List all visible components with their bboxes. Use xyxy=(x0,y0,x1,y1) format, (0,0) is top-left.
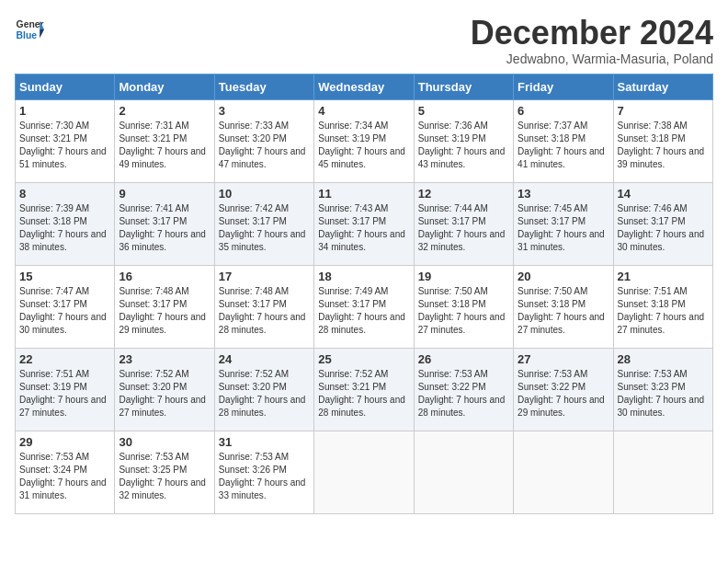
calendar-cell: 2Sunrise: 7:31 AM Sunset: 3:21 PM Daylig… xyxy=(115,99,214,182)
calendar-cell: 11Sunrise: 7:43 AM Sunset: 3:17 PM Dayli… xyxy=(314,182,414,265)
calendar-cell xyxy=(414,431,513,513)
day-number: 23 xyxy=(119,352,210,366)
cell-info: Sunrise: 7:52 AM Sunset: 3:21 PM Dayligh… xyxy=(318,368,409,419)
cell-info: Sunrise: 7:47 AM Sunset: 3:17 PM Dayligh… xyxy=(19,285,110,337)
calendar-cell: 31Sunrise: 7:53 AM Sunset: 3:26 PM Dayli… xyxy=(214,431,313,513)
cell-info: Sunrise: 7:34 AM Sunset: 3:19 PM Dayligh… xyxy=(318,120,409,171)
calendar-cell: 20Sunrise: 7:50 AM Sunset: 3:18 PM Dayli… xyxy=(514,265,613,348)
calendar-cell: 10Sunrise: 7:42 AM Sunset: 3:17 PM Dayli… xyxy=(214,182,313,265)
calendar-week-row: 1Sunrise: 7:30 AM Sunset: 3:21 PM Daylig… xyxy=(16,99,713,182)
day-number: 10 xyxy=(219,187,310,201)
day-number: 16 xyxy=(119,270,210,283)
cell-info: Sunrise: 7:48 AM Sunset: 3:17 PM Dayligh… xyxy=(119,285,210,337)
cell-info: Sunrise: 7:39 AM Sunset: 3:18 PM Dayligh… xyxy=(19,202,110,254)
logo-icon: General Blue xyxy=(15,15,44,44)
weekday-header-sunday: Sunday xyxy=(16,74,115,99)
svg-marker-3 xyxy=(40,29,44,39)
calendar-cell: 7Sunrise: 7:38 AM Sunset: 3:18 PM Daylig… xyxy=(613,99,712,182)
weekday-header-monday: Monday xyxy=(115,74,214,99)
calendar-cell: 3Sunrise: 7:33 AM Sunset: 3:20 PM Daylig… xyxy=(214,99,313,182)
cell-info: Sunrise: 7:38 AM Sunset: 3:18 PM Dayligh… xyxy=(618,120,709,171)
day-number: 17 xyxy=(219,270,310,283)
weekday-header-tuesday: Tuesday xyxy=(214,74,313,99)
calendar-cell: 29Sunrise: 7:53 AM Sunset: 3:24 PM Dayli… xyxy=(16,431,115,513)
cell-info: Sunrise: 7:49 AM Sunset: 3:17 PM Dayligh… xyxy=(318,285,409,337)
cell-info: Sunrise: 7:53 AM Sunset: 3:22 PM Dayligh… xyxy=(518,368,609,419)
calendar-table: SundayMondayTuesdayWednesdayThursdayFrid… xyxy=(15,74,713,514)
calendar-week-row: 8Sunrise: 7:39 AM Sunset: 3:18 PM Daylig… xyxy=(16,182,713,265)
calendar-cell: 13Sunrise: 7:45 AM Sunset: 3:17 PM Dayli… xyxy=(514,182,613,265)
calendar-cell: 5Sunrise: 7:36 AM Sunset: 3:19 PM Daylig… xyxy=(414,99,513,182)
day-number: 1 xyxy=(19,104,110,118)
cell-info: Sunrise: 7:30 AM Sunset: 3:21 PM Dayligh… xyxy=(19,120,110,171)
calendar-cell: 22Sunrise: 7:51 AM Sunset: 3:19 PM Dayli… xyxy=(16,348,115,431)
cell-info: Sunrise: 7:53 AM Sunset: 3:26 PM Dayligh… xyxy=(219,451,310,502)
cell-info: Sunrise: 7:53 AM Sunset: 3:25 PM Dayligh… xyxy=(119,451,210,502)
day-number: 8 xyxy=(19,187,110,201)
calendar-cell: 30Sunrise: 7:53 AM Sunset: 3:25 PM Dayli… xyxy=(115,431,214,513)
calendar-cell: 12Sunrise: 7:44 AM Sunset: 3:17 PM Dayli… xyxy=(414,182,513,265)
calendar-cell: 28Sunrise: 7:53 AM Sunset: 3:23 PM Dayli… xyxy=(613,348,712,431)
calendar-week-row: 15Sunrise: 7:47 AM Sunset: 3:17 PM Dayli… xyxy=(16,265,713,348)
calendar-cell: 9Sunrise: 7:41 AM Sunset: 3:17 PM Daylig… xyxy=(115,182,214,265)
calendar-cell: 16Sunrise: 7:48 AM Sunset: 3:17 PM Dayli… xyxy=(115,265,214,348)
cell-info: Sunrise: 7:50 AM Sunset: 3:18 PM Dayligh… xyxy=(518,285,609,337)
cell-info: Sunrise: 7:51 AM Sunset: 3:18 PM Dayligh… xyxy=(618,285,709,337)
day-number: 6 xyxy=(518,104,609,118)
cell-info: Sunrise: 7:36 AM Sunset: 3:19 PM Dayligh… xyxy=(418,120,509,171)
logo: General Blue xyxy=(15,15,44,44)
cell-info: Sunrise: 7:46 AM Sunset: 3:17 PM Dayligh… xyxy=(618,202,709,254)
calendar-cell: 8Sunrise: 7:39 AM Sunset: 3:18 PM Daylig… xyxy=(16,182,115,265)
day-number: 26 xyxy=(418,352,509,366)
weekday-header-friday: Friday xyxy=(514,74,613,99)
calendar-cell xyxy=(613,431,712,513)
day-number: 20 xyxy=(518,270,609,283)
calendar-week-row: 29Sunrise: 7:53 AM Sunset: 3:24 PM Dayli… xyxy=(16,431,713,513)
day-number: 13 xyxy=(518,187,609,201)
day-number: 25 xyxy=(318,352,409,366)
calendar-cell: 1Sunrise: 7:30 AM Sunset: 3:21 PM Daylig… xyxy=(16,99,115,182)
page-header: General Blue December 2024 Jedwabno, War… xyxy=(15,15,713,66)
calendar-cell: 15Sunrise: 7:47 AM Sunset: 3:17 PM Dayli… xyxy=(16,265,115,348)
day-number: 9 xyxy=(119,187,210,201)
day-number: 29 xyxy=(19,435,110,449)
cell-info: Sunrise: 7:42 AM Sunset: 3:17 PM Dayligh… xyxy=(219,202,310,254)
location: Jedwabno, Warmia-Masuria, Poland xyxy=(471,52,713,66)
day-number: 27 xyxy=(518,352,609,366)
cell-info: Sunrise: 7:51 AM Sunset: 3:19 PM Dayligh… xyxy=(19,368,110,419)
day-number: 21 xyxy=(618,270,709,283)
calendar-cell xyxy=(514,431,613,513)
calendar-cell: 4Sunrise: 7:34 AM Sunset: 3:19 PM Daylig… xyxy=(314,99,414,182)
day-number: 22 xyxy=(19,352,110,366)
title-block: December 2024 Jedwabno, Warmia-Masuria, … xyxy=(471,15,713,66)
day-number: 31 xyxy=(219,435,310,449)
day-number: 18 xyxy=(318,270,409,283)
weekday-header-thursday: Thursday xyxy=(414,74,513,99)
day-number: 11 xyxy=(318,187,409,201)
day-number: 4 xyxy=(318,104,409,118)
day-number: 12 xyxy=(418,187,509,201)
day-number: 19 xyxy=(418,270,509,283)
cell-info: Sunrise: 7:53 AM Sunset: 3:22 PM Dayligh… xyxy=(418,368,509,419)
cell-info: Sunrise: 7:43 AM Sunset: 3:17 PM Dayligh… xyxy=(318,202,409,254)
cell-info: Sunrise: 7:53 AM Sunset: 3:23 PM Dayligh… xyxy=(618,368,709,419)
day-number: 2 xyxy=(119,104,210,118)
day-number: 14 xyxy=(618,187,709,201)
calendar-cell: 19Sunrise: 7:50 AM Sunset: 3:18 PM Dayli… xyxy=(414,265,513,348)
cell-info: Sunrise: 7:45 AM Sunset: 3:17 PM Dayligh… xyxy=(518,202,609,254)
weekday-header-row: SundayMondayTuesdayWednesdayThursdayFrid… xyxy=(16,74,713,99)
calendar-cell: 18Sunrise: 7:49 AM Sunset: 3:17 PM Dayli… xyxy=(314,265,414,348)
cell-info: Sunrise: 7:33 AM Sunset: 3:20 PM Dayligh… xyxy=(219,120,310,171)
day-number: 30 xyxy=(119,435,210,449)
calendar-cell xyxy=(314,431,414,513)
month-title: December 2024 xyxy=(471,15,713,52)
calendar-cell: 6Sunrise: 7:37 AM Sunset: 3:18 PM Daylig… xyxy=(514,99,613,182)
calendar-cell: 25Sunrise: 7:52 AM Sunset: 3:21 PM Dayli… xyxy=(314,348,414,431)
cell-info: Sunrise: 7:44 AM Sunset: 3:17 PM Dayligh… xyxy=(418,202,509,254)
calendar-cell: 14Sunrise: 7:46 AM Sunset: 3:17 PM Dayli… xyxy=(613,182,712,265)
cell-info: Sunrise: 7:52 AM Sunset: 3:20 PM Dayligh… xyxy=(219,368,310,419)
calendar-cell: 17Sunrise: 7:48 AM Sunset: 3:17 PM Dayli… xyxy=(214,265,313,348)
day-number: 3 xyxy=(219,104,310,118)
day-number: 5 xyxy=(418,104,509,118)
day-number: 28 xyxy=(618,352,709,366)
